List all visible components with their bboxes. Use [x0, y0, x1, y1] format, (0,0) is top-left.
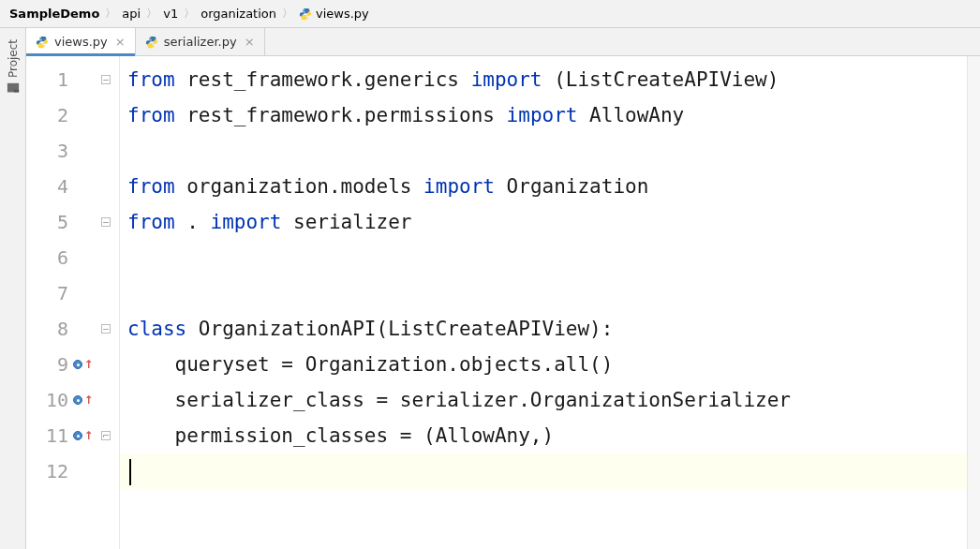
code-line[interactable] [120, 240, 967, 275]
editor-tab[interactable]: views.py× [26, 28, 136, 55]
gutter-line[interactable]: 3 [26, 133, 119, 169]
code-token: (ListCreateAPIView) [554, 68, 779, 91]
fold-column: − [98, 217, 113, 227]
code-token: import [507, 104, 590, 126]
code-line[interactable] [120, 453, 967, 489]
override-marker-icon[interactable]: ↑ [73, 359, 93, 370]
code-content[interactable]: from rest_framework.generics import (Lis… [120, 56, 967, 549]
code-token: AllowAny [589, 104, 684, 126]
tab-label: views.py [54, 35, 108, 49]
fold-toggle-icon[interactable]: − [101, 217, 111, 227]
code-token: rest_framework.generics [186, 68, 470, 91]
main-area: Project views.py×serializer.py× 1−2345−6… [0, 28, 980, 549]
override-marker-icon[interactable]: ↑ [73, 430, 93, 441]
gutter-line[interactable]: 7 [26, 275, 119, 311]
vertical-scrollbar[interactable] [967, 56, 980, 549]
project-icon [7, 82, 20, 95]
breadcrumb-item-label: organization [200, 7, 276, 21]
gutter-line[interactable]: 12 [26, 453, 119, 489]
gutter-line[interactable]: 10↑ [26, 382, 119, 418]
breadcrumb-item-label: SampleDemo [9, 7, 99, 21]
code-line[interactable]: class OrganizationAPI(ListCreateAPIView)… [120, 311, 967, 347]
code-line[interactable]: from . import serializer [120, 204, 967, 240]
code-token: import [211, 211, 294, 233]
svg-point-7 [153, 46, 154, 47]
code-token: class [127, 318, 199, 340]
gutter: 1−2345−678−9↑10↑11↑⌐12 [26, 56, 120, 549]
close-icon[interactable]: × [243, 35, 257, 49]
project-tool-button[interactable]: Project [7, 39, 20, 95]
line-number: 2 [42, 104, 68, 126]
svg-rect-3 [13, 90, 18, 93]
fold-toggle-icon[interactable]: − [101, 75, 111, 84]
breadcrumb-item[interactable]: SampleDemo [9, 7, 99, 21]
editor-pane: views.py×serializer.py× 1−2345−678−9↑10↑… [26, 28, 980, 549]
code-line[interactable]: from rest_framework.permissions import A… [120, 97, 967, 133]
line-number: 3 [42, 140, 68, 162]
code-line[interactable]: permission_classes = (AllowAny,) [120, 418, 967, 453]
svg-point-5 [43, 46, 44, 47]
breadcrumb-item[interactable]: api [122, 7, 141, 21]
line-number: 9 [42, 353, 68, 376]
code-line[interactable] [120, 275, 967, 311]
line-number: 12 [42, 460, 68, 482]
close-icon[interactable]: × [113, 35, 127, 49]
code-token: . [186, 211, 210, 233]
gutter-marker-slot: ↑ [74, 359, 93, 370]
code-token: import [471, 68, 555, 91]
fold-column: − [98, 324, 113, 334]
code-line[interactable]: from organization.models import Organiza… [120, 169, 967, 204]
gutter-line[interactable]: 5− [26, 204, 119, 240]
breadcrumb-separator: 〉 [146, 6, 157, 22]
code-line[interactable]: serializer_class = serializer.Organizati… [120, 382, 967, 418]
override-marker-icon[interactable]: ↑ [73, 394, 93, 406]
gutter-line[interactable]: 1− [26, 62, 119, 97]
breadcrumb-item-label: v1 [163, 7, 178, 21]
python-file-icon [36, 36, 49, 49]
code-line[interactable]: queryset = Organization.objects.all() [120, 347, 967, 382]
code-token: serializer_class = serializer.Organizati… [127, 389, 791, 411]
code-token: from [127, 175, 186, 198]
code-token: OrganizationAPI(ListCreateAPIView): [199, 318, 614, 340]
svg-point-4 [40, 37, 41, 37]
breadcrumb-item[interactable]: views.py [299, 7, 369, 21]
breadcrumb-item-label: views.py [316, 7, 369, 21]
gutter-line[interactable]: 4 [26, 169, 119, 204]
line-number: 11 [42, 424, 68, 447]
gutter-marker-slot: ↑ [74, 430, 93, 441]
line-number: 4 [42, 175, 68, 198]
code-token: from [127, 211, 186, 233]
gutter-line[interactable]: 2 [26, 97, 119, 133]
python-file-icon [299, 7, 312, 21]
gutter-line[interactable]: 9↑ [26, 347, 119, 382]
code-line[interactable]: from rest_framework.generics import (Lis… [120, 62, 967, 97]
tab-label: serializer.py [164, 35, 237, 49]
project-tool-label: Project [7, 39, 20, 78]
breadcrumb-item-label: api [122, 7, 141, 21]
line-number: 10 [42, 389, 68, 411]
code-token: permission_classes = (AllowAny,) [127, 424, 554, 447]
line-number: 5 [42, 211, 68, 233]
line-number: 1 [42, 68, 68, 91]
svg-point-0 [304, 8, 304, 9]
python-file-icon [145, 36, 158, 49]
breadcrumb-separator: 〉 [105, 6, 116, 22]
breadcrumb-item[interactable]: organization [200, 7, 276, 21]
fold-toggle-icon[interactable]: − [101, 324, 111, 334]
code-token: rest_framework.permissions [186, 104, 506, 126]
code-token: from [127, 68, 186, 91]
breadcrumb-separator: 〉 [282, 6, 293, 22]
gutter-line[interactable]: 8− [26, 311, 119, 347]
svg-point-1 [306, 18, 307, 19]
code-token: from [127, 104, 186, 126]
gutter-line[interactable]: 6 [26, 240, 119, 275]
line-number: 6 [42, 246, 68, 269]
gutter-line[interactable]: 11↑⌐ [26, 418, 119, 453]
breadcrumb-separator: 〉 [184, 6, 195, 22]
editor-tab[interactable]: serializer.py× [136, 28, 265, 55]
left-tool-sidebar: Project [0, 28, 26, 549]
breadcrumb-item[interactable]: v1 [163, 7, 178, 21]
code-area: 1−2345−678−9↑10↑11↑⌐12 from rest_framewo… [26, 56, 980, 549]
fold-end-icon[interactable]: ⌐ [101, 431, 111, 440]
code-line[interactable] [120, 133, 967, 169]
